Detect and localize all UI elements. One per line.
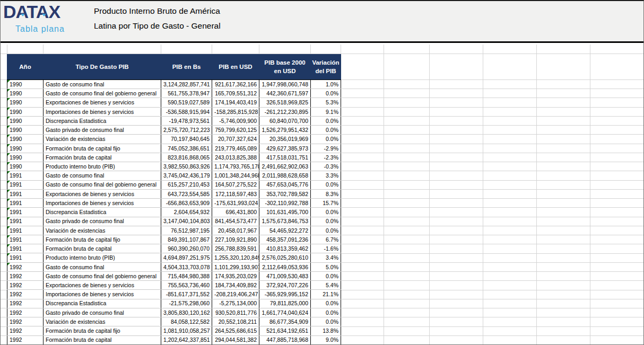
cell-bs[interactable]: 849,391,107,867 (161, 235, 212, 244)
cell-tipo[interactable]: Formación bruta de capital (43, 153, 161, 162)
cell-usd2000[interactable]: 86,677,354,909 (259, 317, 311, 326)
cell-usd[interactable]: 165,709,551,312 (212, 89, 259, 98)
cell-var[interactable]: 0.0% (311, 299, 341, 308)
cell-var[interactable]: 8.3% (311, 189, 341, 198)
cell-bs[interactable]: 4,694,897,251,975 (161, 253, 212, 262)
cell-usd2000[interactable]: 410,813,359,462 (259, 244, 311, 253)
cell-tipo[interactable]: Exportaciones de bienes y servicios (43, 281, 161, 290)
cell-tipo[interactable]: Discrepancia Estadistica (43, 116, 161, 125)
cell-bs[interactable]: 561,755,378,947 (161, 89, 212, 98)
cell-usd[interactable]: 174,194,403,419 (212, 98, 259, 107)
cell-var[interactable]: 6.7% (311, 235, 341, 244)
cell-usd2000[interactable]: 60,840,070,700 (259, 116, 311, 125)
cell-bs[interactable]: 3,745,042,436,179 (161, 171, 212, 180)
cell-tipo[interactable]: Gasto de consumo final del gobierno gene… (43, 271, 161, 280)
cell-usd[interactable]: 184,734,409,892 (212, 281, 259, 290)
cell-usd2000[interactable]: 442,360,671,597 (259, 89, 311, 98)
cell-tipo[interactable]: Variación de existencias (43, 135, 161, 144)
cell-usd2000[interactable]: 447,885,718,968 (259, 335, 311, 344)
cell-tipo[interactable]: Gasto de consumo final (43, 171, 161, 180)
cell-usd2000[interactable]: -261,212,230,895 (259, 107, 311, 116)
column-header-pib-usd[interactable]: PIB en USD (212, 55, 259, 80)
cell-year[interactable]: 1992 (7, 262, 43, 271)
cell-bs[interactable]: 2,575,720,712,223 (161, 126, 212, 135)
cell-year[interactable]: 1990 (7, 89, 43, 98)
cell-tipo[interactable]: Formación bruta de capital fijo (43, 235, 161, 244)
cell-usd2000[interactable]: 101,631,495,700 (259, 208, 311, 217)
cell-bs[interactable]: 755,563,736,460 (161, 281, 212, 290)
cell-tipo[interactable]: Gasto privado de consumo final (43, 126, 161, 135)
cell-tipo[interactable]: Formación bruta de capital (43, 244, 161, 253)
cell-usd2000[interactable]: 457,653,045,776 (259, 180, 311, 189)
cell-year[interactable]: 1990 (7, 153, 43, 162)
cell-var[interactable]: -1.6% (311, 244, 341, 253)
cell-bs[interactable]: 590,519,027,589 (161, 98, 212, 107)
cell-var[interactable]: 5.3% (311, 98, 341, 107)
cell-usd[interactable]: 174,935,203,029 (212, 271, 259, 280)
cell-bs[interactable]: 76,512,987,195 (161, 226, 212, 235)
cell-year[interactable]: 1990 (7, 126, 43, 135)
cell-tipo[interactable]: Gasto de consumo final (43, 80, 161, 89)
cell-bs[interactable]: -21,575,298,060 (161, 299, 212, 308)
cell-usd[interactable]: -158,285,815,928 (212, 107, 259, 116)
cell-var[interactable]: 5.0% (311, 262, 341, 271)
cell-tipo[interactable]: Importaciones de bienes y servicios (43, 290, 161, 299)
column-header-pib-bs[interactable]: PIB en Bs (161, 55, 212, 80)
cell-tipo[interactable]: Formación bruta de capital fijo (43, 144, 161, 153)
cell-tipo[interactable]: Producto interno bruto (PIB) (43, 162, 161, 171)
cell-var[interactable]: 9.1% (311, 107, 341, 116)
cell-bs[interactable]: 84,058,122,582 (161, 317, 212, 326)
cell-usd2000[interactable]: 326,518,969,825 (259, 98, 311, 107)
cell-var[interactable]: 0.0% (311, 217, 341, 226)
cell-year[interactable]: 1992 (7, 335, 43, 344)
cell-year[interactable]: 1990 (7, 162, 43, 171)
cell-usd[interactable]: -175,631,993,024 (212, 199, 259, 208)
cell-usd[interactable]: 172,118,597,483 (212, 189, 259, 198)
cell-usd2000[interactable]: 1,575,673,846,753 (259, 217, 311, 226)
cell-var[interactable]: 0.0% (311, 135, 341, 144)
cell-usd[interactable]: -5,746,009,900 (212, 116, 259, 125)
cell-tipo[interactable]: Gasto de consumo final (43, 262, 161, 271)
column-header-tipo[interactable]: Tipo De Gasto PIB (43, 55, 161, 80)
cell-year[interactable]: 1991 (7, 208, 43, 217)
cell-usd2000[interactable]: 1,661,774,040,624 (259, 308, 311, 317)
cell-year[interactable]: 1992 (7, 299, 43, 308)
column-header-variacion[interactable]: Variación del PIB (311, 55, 341, 80)
cell-bs[interactable]: 4,504,313,703,078 (161, 262, 212, 271)
cell-bs[interactable]: 960,390,260,070 (161, 244, 212, 253)
cell-year[interactable]: 1990 (7, 107, 43, 116)
cell-var[interactable]: -2.3% (311, 153, 341, 162)
cell-usd2000[interactable]: 2,011,988,628,658 (259, 171, 311, 180)
cell-year[interactable]: 1990 (7, 144, 43, 153)
cell-var[interactable]: 0.0% (311, 308, 341, 317)
cell-bs[interactable]: -19,478,973,561 (161, 116, 212, 125)
cell-year[interactable]: 1992 (7, 271, 43, 280)
cell-bs[interactable]: 70,197,840,645 (161, 135, 212, 144)
cell-bs[interactable]: 3,147,040,104,803 (161, 217, 212, 226)
cell-var[interactable]: 0.0% (311, 126, 341, 135)
cell-usd[interactable]: 841,454,573,477 (212, 217, 259, 226)
cell-bs[interactable]: 823,816,868,065 (161, 153, 212, 162)
cell-tipo[interactable]: Variación de existencias (43, 226, 161, 235)
cell-tipo[interactable]: Producto interno bruto (PIB) (43, 253, 161, 262)
cell-var[interactable]: -0.3% (311, 162, 341, 171)
cell-var[interactable]: 0.0% (311, 317, 341, 326)
cell-usd2000[interactable]: -365,929,995,152 (259, 290, 311, 299)
cell-year[interactable]: 1990 (7, 80, 43, 89)
cell-usd2000[interactable]: 458,357,091,236 (259, 235, 311, 244)
cell-var[interactable]: 0.0% (311, 116, 341, 125)
cell-usd2000[interactable]: 417,518,031,751 (259, 153, 311, 162)
cell-usd2000[interactable]: 353,702,789,582 (259, 189, 311, 198)
cell-bs[interactable]: 715,484,980,388 (161, 271, 212, 280)
cell-tipo[interactable]: Gasto de consumo final del gobierno gene… (43, 180, 161, 189)
cell-year[interactable]: 1991 (7, 171, 43, 180)
cell-bs[interactable]: 745,052,386,651 (161, 144, 212, 153)
cell-year[interactable]: 1992 (7, 317, 43, 326)
cell-usd[interactable]: 219,779,465,089 (212, 144, 259, 153)
cell-usd[interactable]: 1,174,793,765,170 (212, 162, 259, 171)
cell-var[interactable]: 0.0% (311, 226, 341, 235)
cell-tipo[interactable]: Exportaciones de bienes y servicios (43, 98, 161, 107)
cell-tipo[interactable]: Gasto privado de consumo final (43, 308, 161, 317)
cell-usd2000[interactable]: 2,576,025,280,610 (259, 253, 311, 262)
cell-usd[interactable]: 1,001,348,244,968 (212, 171, 259, 180)
